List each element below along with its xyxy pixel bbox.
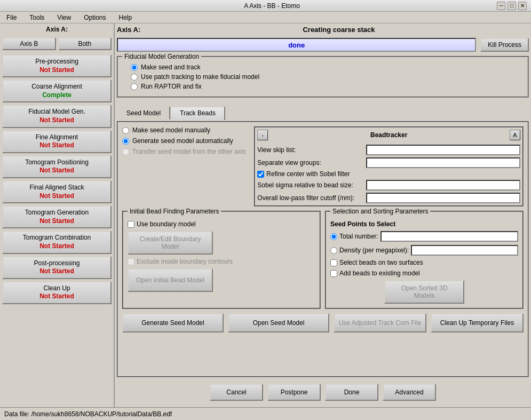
fiducial-radio-group: Make seed and track Use patch tracking t… [122,59,524,94]
select-two-surfaces-row: Select beads on two surfaces [330,259,518,266]
sobel-sigma-label: Sobel sigma relative to bead size: [257,181,364,189]
sidebar-item-tomogram-generation[interactable]: Tomogram Generation Not Started [2,205,112,228]
tab-content: Make seed model manually Generate seed m… [117,121,529,377]
content-area: Axis A: Creating coarse stack done Kill … [115,23,531,407]
fiducial-panel-title: Fiducial Model Generation [122,53,201,60]
density-label: Density (per megapixel): [339,247,409,254]
separate-view-groups-row: Separate view groups: [257,157,520,168]
status-bar: Data file: /home/sukh8658/NOBACKUP/tutor… [0,407,531,420]
tabs: Seed Model Track Beads [117,106,529,120]
initial-bead-panel: Initial Bead Finding Parameters Use boun… [122,211,321,309]
lowpass-row: Overall low-pass filter cutoff (/nm): [257,193,520,203]
add-beads-label: Add beads to existing model [339,270,420,277]
both-button[interactable]: Both [58,37,112,50]
footer-buttons: Cancel Postpone Done Advanced [117,379,529,405]
kill-process-button[interactable]: Kill Process [480,38,529,52]
total-number-input[interactable] [381,231,518,242]
clean-up-button[interactable]: Clean Up Temporary Files [431,313,524,332]
create-edit-boundary-button[interactable]: Create/Edit Boundary Model [128,231,213,255]
density-input[interactable] [411,245,518,256]
sobel-sigma-row: Sobel sigma relative to bead size: [257,180,520,191]
menu-options[interactable]: Options [80,13,110,22]
beadtracker-header: - Beadtracker A [257,130,520,140]
sidebar-item-preprocessing[interactable]: Pre-processing Not Started [2,54,112,77]
separate-view-groups-input[interactable] [366,157,520,168]
sidebar-item-tomogram-combination[interactable]: Tomogram Combination Not Started [2,231,112,253]
fiducial-model-panel: Fiducial Model Generation Make seed and … [117,56,529,98]
creating-label: Creating coarse stack [149,26,529,34]
select-two-surfaces-checkbox[interactable] [330,259,337,266]
seed-option-auto[interactable]: Generate seed model automatically [122,137,245,145]
view-skip-list-input[interactable] [366,145,520,155]
refine-center-checkbox[interactable] [257,171,264,178]
advanced-button[interactable]: Advanced [383,384,436,401]
sidebar-item-coarse-alignment[interactable]: Coarse Alignment Complete [2,80,112,102]
lowpass-input[interactable] [366,193,520,203]
use-boundary-checkbox[interactable] [128,221,134,228]
title-bar: A Axis - BB - Etomo ─ □ ✕ [0,0,531,12]
select-two-surfaces-label: Select beads on two surfaces [339,259,423,266]
done-button[interactable]: Done [325,384,378,401]
action-buttons-row: Generate Seed Model Open Seed Model Use … [122,313,524,332]
menu-tools[interactable]: Tools [25,13,49,22]
beadtracker-minus-btn[interactable]: - [257,130,268,140]
sidebar-item-fiducial-model[interactable]: Fiducial Model Gen. Not Started [2,105,112,128]
fiducial-option-0[interactable]: Make seed and track [131,64,515,71]
refine-center-label: Refine center with Sobel filter [266,170,350,178]
open-seed-button[interactable]: Open Seed Model [228,313,329,332]
view-skip-list-label: View skip list: [257,146,364,154]
app-title: A Axis - BB - Etomo [47,2,497,10]
exclude-boundary-row: Exclude inside boundary contours [128,258,315,265]
sidebar-item-final-aligned[interactable]: Final Aligned Stack Not Started [2,180,112,203]
menu-file[interactable]: File [2,13,21,22]
fiducial-option-2[interactable]: Run RAPTOR and fix [131,83,515,90]
seed-option-transfer[interactable]: Transfer seed model from the other axis [122,148,245,155]
bottom-panels: Initial Bead Finding Parameters Use boun… [122,211,524,309]
density-radio[interactable] [330,247,337,254]
selection-panel: Selection and Sorting Parameters Seed Po… [325,211,524,309]
exclude-boundary-checkbox[interactable] [128,258,134,265]
postpone-button[interactable]: Postpone [267,384,321,401]
minimize-btn[interactable]: ─ [497,2,505,10]
use-boundary-row: Use boundary model [128,220,315,228]
sidebar-item-fine-alignment[interactable]: Fine Alignment Not Started [2,130,112,153]
axis-buttons: Axis B Both [2,37,112,50]
generate-seed-button[interactable]: Generate Seed Model [122,313,224,332]
total-number-row: Total number: [330,231,518,242]
tab-track-beads[interactable]: Track Beads [170,106,225,120]
refine-center-row: Refine center with Sobel filter [257,170,520,178]
menu-view[interactable]: View [53,13,75,22]
open-sorted-3d-button[interactable]: Open Sorted 3D Models [384,280,464,304]
header-row: Axis A: Creating coarse stack [117,26,529,34]
cancel-button[interactable]: Cancel [210,384,263,401]
process-status-bar: done [117,38,476,52]
beadtracker-label: Beadtracker [270,131,508,139]
beadtracker-a-btn[interactable]: A [510,130,520,140]
menu-bar: File Tools View Options Help [0,12,531,23]
fiducial-option-1[interactable]: Use patch tracking to make fiducial mode… [131,73,515,81]
sobel-sigma-input[interactable] [366,180,520,191]
add-beads-row: Add beads to existing model [330,270,518,277]
sidebar-item-postprocessing[interactable]: Post-processing Not Started [2,256,112,279]
menu-help[interactable]: Help [115,13,137,22]
sidebar: Axis A: Axis B Both Pre-processing Not S… [0,23,115,407]
exclude-boundary-label: Exclude inside boundary contours [137,258,233,265]
sidebar-item-tomogram-positioning[interactable]: Tomogram Positioning Not Started [2,155,112,178]
close-btn[interactable]: ✕ [518,2,527,10]
selection-title: Selection and Sorting Parameters [330,208,430,215]
axis-label: Axis A: [117,26,149,34]
separate-view-groups-label: Separate view groups: [257,159,364,167]
beadtracker-section: - Beadtracker A View skip list: Separate… [254,126,524,207]
open-initial-bead-button[interactable]: Open Initial Bead Model [128,268,213,292]
add-beads-checkbox[interactable] [330,270,337,277]
axis-b-button[interactable]: Axis B [2,37,56,50]
total-number-radio[interactable] [330,233,337,240]
tab-seed-model[interactable]: Seed Model [117,106,170,120]
maximize-btn[interactable]: □ [508,2,516,10]
use-adjusted-button[interactable]: Use Adjusted Track Com File [334,313,426,332]
seed-option-manual[interactable]: Make seed model manually [122,126,245,134]
initial-bead-title: Initial Bead Finding Parameters [128,208,221,215]
use-boundary-label: Use boundary model [137,220,196,228]
sidebar-item-cleanup[interactable]: Clean Up Not Started [2,281,112,304]
total-number-label: Total number: [339,233,378,240]
